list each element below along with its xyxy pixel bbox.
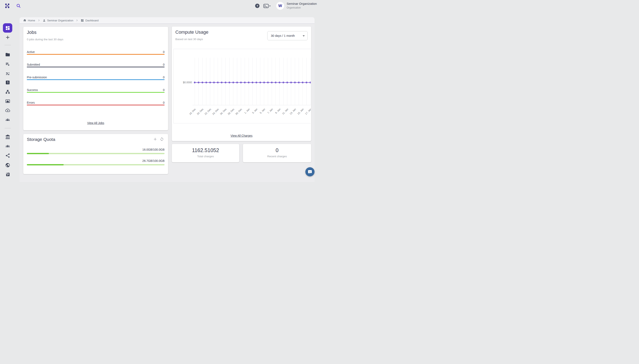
sidebar-item-cloud-upload[interactable] (5, 108, 10, 113)
job-status-bar (27, 54, 164, 55)
svg-text:30. Dec: 30. Dec (235, 108, 243, 116)
sidebar-item-media[interactable] (5, 99, 10, 104)
job-status-bar (27, 92, 164, 93)
svg-text:3. Jan: 3. Jan (252, 108, 258, 114)
sidebar-item-members[interactable] (5, 144, 10, 149)
svg-text:5. Jan: 5. Jan (259, 108, 266, 114)
view-all-charges-link[interactable]: View All Charges (172, 134, 311, 137)
sidebar-item-folder[interactable] (5, 52, 10, 57)
dashboard-icon (5, 26, 10, 30)
svg-text:13. Jan: 13. Jan (289, 108, 296, 115)
sidebar-item-dashboard[interactable] (3, 23, 12, 32)
content-panel: Home Seminar Organization Dashboard (20, 17, 315, 182)
job-label: Success (27, 88, 38, 92)
media-frame-icon (6, 100, 10, 103)
playlist-play-icon (6, 63, 10, 66)
job-value: 0 (163, 63, 164, 66)
plus-icon (6, 36, 9, 39)
share-icon (6, 154, 10, 158)
job-label: Active (27, 50, 35, 54)
home-icon (23, 19, 27, 22)
quota-progress-bar (27, 164, 164, 166)
dashboard-page: ? W Seminar Organization Organisation (0, 0, 319, 182)
total-charges-card: 1162.51052 Total charges (172, 144, 239, 162)
total-charges-value: 1162.51052 (172, 147, 239, 153)
job-row-errors: Errors 0 (27, 101, 164, 105)
chevron-right-icon (38, 19, 40, 22)
chevron-down-icon (269, 6, 271, 7)
person-icon (43, 19, 46, 22)
chat-launcher-button[interactable] (305, 167, 315, 176)
job-label: Pre-submission (27, 76, 47, 79)
sidebar-item-globe[interactable] (5, 163, 10, 168)
sidebar-item-institution[interactable] (5, 134, 10, 140)
members-icon (6, 145, 10, 147)
svg-text:17. Jan: 17. Jan (305, 108, 311, 115)
sidebar-item-looks-one[interactable] (5, 80, 10, 85)
sidebar-item-workflow[interactable] (5, 89, 10, 94)
compute-subtitle: Based on last 30 days (175, 38, 203, 41)
jobs-card: Jobs 0 jobs during the last 30 days Acti… (23, 27, 168, 130)
avatar[interactable]: W (276, 2, 284, 10)
svg-text:$0.0000: $0.0000 (183, 81, 192, 84)
globe-icon (6, 163, 10, 167)
sidebar-item-people[interactable] (5, 118, 10, 122)
sidebar-divider (5, 128, 11, 128)
job-label: Submitted (27, 63, 40, 66)
folder-icon (6, 53, 10, 56)
breadcrumb-organization[interactable]: Seminar Organization (43, 19, 73, 22)
breadcrumb: Home Seminar Organization Dashboard (20, 17, 315, 24)
svg-text:15. Jan: 15. Jan (297, 108, 304, 115)
search-icon[interactable] (16, 3, 21, 8)
app-logo-icon[interactable] (4, 3, 11, 9)
chat-icon (307, 169, 312, 174)
bank-icon (6, 135, 10, 139)
breadcrumb-label: Home (28, 19, 35, 22)
help-icon[interactable]: ? (255, 3, 260, 8)
sidebar-item-job-list[interactable] (5, 62, 10, 66)
looks-one-icon (6, 80, 10, 84)
svg-text:22. Dec: 22. Dec (204, 108, 212, 116)
svg-text:24. Dec: 24. Dec (212, 108, 220, 116)
storage-title: Storage Quota (27, 137, 55, 142)
sidebar (0, 12, 16, 182)
svg-text:18. Dec: 18. Dec (189, 108, 196, 116)
storage-quota-card: Storage Quota 16.0GB/100.0GB 26.7GB/100.… (23, 134, 168, 174)
breadcrumb-dashboard[interactable]: Dashboard (81, 19, 99, 22)
svg-text:11. Jan: 11. Jan (282, 108, 289, 115)
job-value: 0 (163, 50, 164, 54)
org-type-label: Organisation (287, 6, 317, 9)
range-selector-value: 30 days / 1 month (271, 34, 295, 38)
org-identity: Seminar Organization Organisation (287, 2, 317, 9)
job-value: 0 (163, 88, 164, 92)
sidebar-item-grain[interactable] (5, 71, 10, 76)
jobs-title: Jobs (27, 30, 36, 35)
sidebar-item-add[interactable] (5, 35, 10, 40)
jobs-subtitle: 0 jobs during the last 30 days (27, 38, 63, 41)
job-row-pre-submission: Pre-submission 0 (27, 76, 164, 80)
range-selector-dropdown[interactable]: 30 days / 1 month (267, 31, 308, 40)
breadcrumb-home[interactable]: Home (23, 19, 35, 22)
job-row-success: Success 0 (27, 88, 164, 93)
svg-text:7. Jan: 7. Jan (267, 108, 273, 114)
grain-icon (6, 72, 9, 75)
total-charges-label: Total charges (172, 155, 239, 158)
recent-charges-card: 0 Recent charges (243, 144, 311, 162)
add-quota-icon[interactable] (153, 137, 157, 141)
svg-text:26. Dec: 26. Dec (220, 108, 227, 116)
job-label: Errors (27, 101, 35, 104)
svg-text:1. Jan: 1. Jan (244, 108, 250, 114)
cloud-upload-icon (6, 109, 10, 112)
sidebar-item-share[interactable] (5, 153, 10, 158)
svg-text:20. Dec: 20. Dec (196, 108, 204, 116)
recent-charges-value: 0 (243, 147, 311, 153)
quota-progress-bar (27, 153, 164, 154)
chevron-down-icon (303, 35, 305, 36)
sidebar-item-site-news[interactable] (5, 172, 10, 177)
compute-usage-card: Compute Usage Based on last 30 days 30 d… (172, 26, 311, 141)
refresh-icon[interactable] (160, 137, 164, 141)
people-icon (6, 119, 10, 121)
view-all-jobs-link[interactable]: View All Jobs (23, 121, 168, 125)
job-row-active: Active 0 (27, 50, 164, 55)
terminal-icon[interactable] (263, 4, 271, 8)
